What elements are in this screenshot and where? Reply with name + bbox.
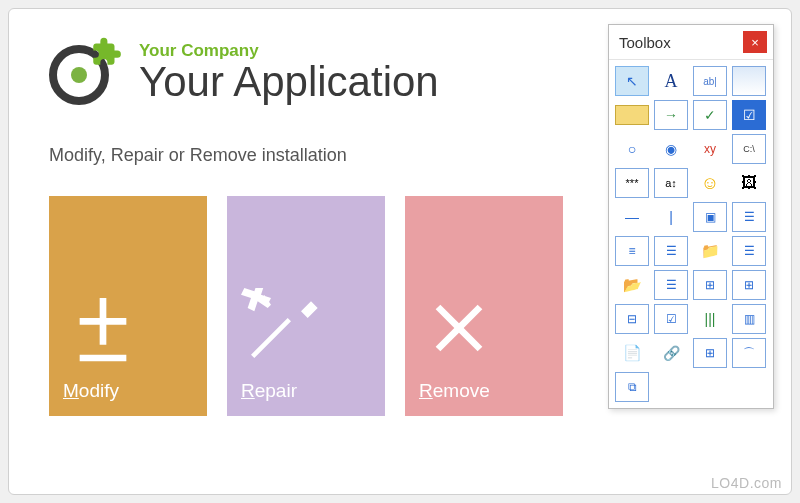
tree-nodes-icon[interactable]: ⊟ <box>615 304 649 334</box>
vrule-icon[interactable]: | <box>654 202 688 232</box>
remove-label: Remove <box>419 380 490 402</box>
checkbox-checked-icon[interactable]: ☑ <box>732 100 766 130</box>
columns-icon[interactable]: ▥ <box>732 304 766 334</box>
checklist-icon[interactable]: ☑ <box>654 304 688 334</box>
textbox-icon[interactable]: ab| <box>693 66 727 96</box>
modify-tile[interactable]: Modify <box>49 196 207 416</box>
font-picker-icon[interactable]: a↕ <box>654 168 688 198</box>
bars-icon[interactable]: ||| <box>693 304 727 334</box>
path-box-icon[interactable]: C:\ <box>732 134 766 164</box>
folder-icon[interactable]: 📁 <box>693 236 727 266</box>
image-icon[interactable]: 🖼 <box>732 168 766 198</box>
password-icon[interactable]: *** <box>615 168 649 198</box>
xy-label-icon[interactable]: xy <box>693 134 727 164</box>
toolbox-titlebar[interactable]: Toolbox × <box>609 25 773 60</box>
watermark: LO4D.com <box>711 475 782 491</box>
toolbox-panel[interactable]: Toolbox × ↖Aab|→✓☑○◉xyC:\***a↕☺🖼—|▣☰≡☰📁☰… <box>608 24 774 409</box>
tools-icon <box>241 288 321 368</box>
groupbox-icon[interactable]: ▣ <box>693 202 727 232</box>
link-icon[interactable]: → <box>654 100 688 130</box>
detail-list-icon[interactable]: ☰ <box>654 236 688 266</box>
pointer-icon[interactable]: ↖ <box>615 66 649 96</box>
chain-icon[interactable]: 🔗 <box>654 338 688 368</box>
close-icon <box>419 288 499 368</box>
button-icon[interactable] <box>615 105 649 125</box>
hrule-icon[interactable]: — <box>615 202 649 232</box>
radio-outline-icon[interactable]: ○ <box>615 134 649 164</box>
toolbox-title: Toolbox <box>619 34 671 51</box>
tree-check-icon[interactable]: ⊞ <box>732 270 766 300</box>
toolbox-grid: ↖Aab|→✓☑○◉xyC:\***a↕☺🖼—|▣☰≡☰📁☰📂☰⊞⊞⊟☑|||▥… <box>609 60 773 408</box>
copy-icon[interactable]: ⧉ <box>615 372 649 402</box>
app-logo <box>49 37 119 107</box>
modify-label: Modify <box>63 380 119 402</box>
folder-down-icon[interactable]: 📂 <box>615 270 649 300</box>
remove-tile[interactable]: Remove <box>405 196 563 416</box>
grid-icon[interactable]: ⊞ <box>693 338 727 368</box>
tree-icon[interactable]: ⊞ <box>693 270 727 300</box>
plus-minus-icon <box>63 288 143 368</box>
repair-label: Repair <box>241 380 297 402</box>
db-list-icon[interactable]: ☰ <box>654 270 688 300</box>
panel-icon[interactable] <box>732 66 766 96</box>
detail-list2-icon[interactable]: ☰ <box>732 236 766 266</box>
list-icon[interactable]: ≡ <box>615 236 649 266</box>
tab-icon[interactable]: ⌒ <box>732 338 766 368</box>
text-label-icon[interactable]: A <box>654 66 688 96</box>
application-name: Your Application <box>139 61 439 103</box>
listview-icon[interactable]: ☰ <box>732 202 766 232</box>
puzzle-icon <box>89 35 123 69</box>
smiley-icon[interactable]: ☺ <box>693 168 727 198</box>
repair-tile[interactable]: Repair <box>227 196 385 416</box>
checkbox-icon[interactable]: ✓ <box>693 100 727 130</box>
radio-filled-icon[interactable]: ◉ <box>654 134 688 164</box>
note-icon[interactable]: 📄 <box>615 338 649 368</box>
toolbox-close-button[interactable]: × <box>743 31 767 53</box>
